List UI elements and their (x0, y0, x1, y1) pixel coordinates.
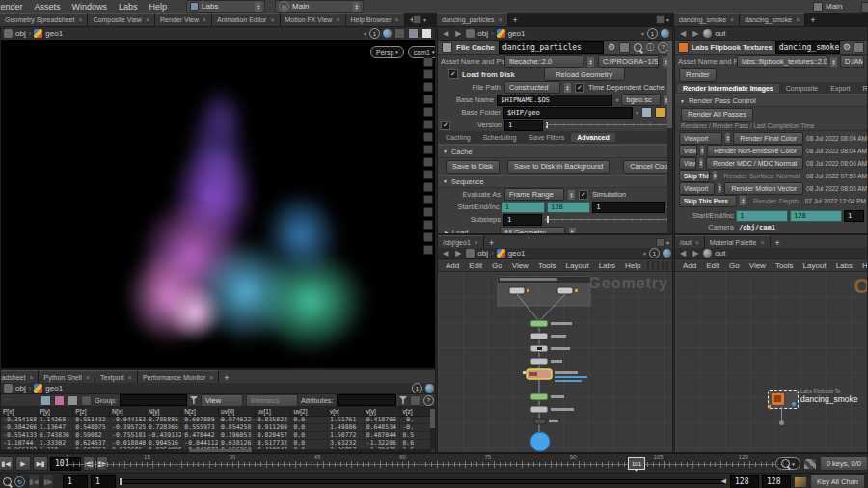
column-header[interactable]: P[z] (73, 407, 110, 417)
viewport-tool-icon[interactable] (423, 145, 433, 154)
forward-icon[interactable]: ▶ (691, 249, 700, 258)
substeps-slider[interactable] (545, 219, 669, 220)
breadcrumb-obj[interactable]: obj (15, 29, 26, 38)
evaluate-dropdown[interactable]: Frame Range (504, 188, 564, 201)
renderer-dropdown[interactable]: Skip This Pass (679, 170, 710, 182)
back-icon[interactable]: ◀ (441, 249, 450, 258)
tree-icon[interactable] (652, 260, 654, 271)
viewport-tool-icon[interactable] (423, 170, 433, 179)
forward-icon[interactable]: ▶ (691, 29, 700, 38)
table-row[interactable]: -1.107441.333020.624537-0.01884080.90451… (1, 440, 436, 447)
base-folder-menu-icon[interactable]: ▾ (636, 109, 638, 116)
desktop-spinner[interactable]: ▲▼ (255, 2, 261, 12)
network-menu-item[interactable]: Edit (702, 261, 723, 270)
cache-section-header[interactable]: ▼Cache (438, 145, 672, 158)
viewport-tool-icon[interactable] (423, 95, 433, 104)
column-header[interactable]: uv[0] (219, 407, 256, 417)
range-start-field[interactable]: 1 (502, 202, 545, 213)
range-inc-field[interactable]: 1 (592, 202, 665, 213)
pane-tab[interactable]: Motion FX View× (281, 13, 346, 26)
geo-node[interactable] (534, 419, 546, 424)
playhead-marker[interactable]: 101 (628, 457, 645, 470)
network-menu-item[interactable]: Add (679, 261, 700, 270)
vertices-mode-icon[interactable] (54, 395, 65, 406)
close-icon[interactable]: × (760, 239, 764, 246)
param-tab[interactable]: Scheduling (477, 133, 523, 142)
column-header[interactable]: uv[2] (291, 407, 328, 417)
table-row[interactable]: -0.3541581.142680.551432-0.04415330.7858… (1, 417, 436, 424)
breadcrumb-out[interactable]: out (715, 29, 725, 38)
render-pass-control-header[interactable]: ▼Render Pass Control (675, 95, 867, 107)
asset-type-dropdown[interactable]: filecache::2.0 (504, 55, 583, 68)
geo-node[interactable] (530, 320, 548, 327)
points-mode-icon[interactable] (41, 395, 51, 406)
base-folder-field[interactable]: $HIP/geo (503, 107, 633, 119)
pane-menu-icon[interactable] (656, 238, 665, 247)
save-to-disk-button[interactable]: Save to Disk (446, 160, 500, 174)
detail-mode-icon[interactable] (81, 395, 92, 406)
flipbook-node[interactable] (768, 390, 799, 409)
shelf-set-selector[interactable]: Main (813, 2, 842, 12)
geo-node[interactable] (530, 393, 548, 400)
renderer-spinner[interactable]: ▲▼ (718, 183, 721, 193)
maximize-icon[interactable] (421, 28, 432, 39)
param-tab[interactable]: Advanced (571, 133, 614, 142)
viewport-canvas[interactable]: Persp▾ cam1▾ (1, 40, 435, 368)
reload-geometry-button[interactable]: Reload Geometry (544, 68, 625, 81)
substeps-field[interactable]: 1 (503, 214, 542, 226)
pane-tab[interactable]: /obj/geo1× (438, 235, 484, 249)
view-dropdown[interactable]: View (201, 394, 243, 407)
time-dependent-checkbox[interactable]: ✓ (575, 83, 584, 93)
pane-dropdown-icon[interactable]: ▾ (666, 239, 669, 246)
link-icon[interactable] (408, 28, 419, 39)
menu-item[interactable]: Render (0, 2, 29, 12)
range-slider-arrow[interactable]: ◀ (721, 477, 726, 485)
asset-path-dropdown[interactable]: C:/PROGRA~1/SIDEEF~1/HOUDI... (598, 55, 659, 68)
column-header[interactable]: P[x] (1, 407, 38, 417)
network-menu-item[interactable]: Layout (800, 261, 830, 270)
close-icon[interactable]: × (695, 239, 699, 246)
presets-icon[interactable] (854, 42, 864, 53)
pane-tab[interactable]: Material Palette× (705, 235, 771, 249)
version-checkbox[interactable]: ✓ (441, 121, 450, 130)
file-browser-icon[interactable] (641, 107, 652, 118)
pin-count-badge[interactable]: 1 (412, 383, 422, 393)
playback-start-field[interactable]: 1 (91, 475, 116, 488)
viewport-tool-icon[interactable] (423, 157, 433, 167)
network-menu-item[interactable]: Go (488, 261, 506, 270)
menu-item[interactable]: Labs (113, 2, 144, 12)
renderer-spinner[interactable]: ▲▼ (713, 171, 717, 180)
version-field[interactable]: 1 (504, 120, 543, 131)
close-icon[interactable]: × (730, 16, 734, 23)
renderer-spinner[interactable]: ▲▼ (700, 146, 704, 155)
radialmenu-selector[interactable]: ◎ Main ▲▼ (275, 0, 364, 13)
table-row[interactable]: -0.5541330.7438360.59082-0.755181-0.4391… (1, 432, 436, 440)
close-icon[interactable]: × (86, 374, 90, 381)
presets-icon[interactable] (619, 42, 630, 53)
radial-menu-icon[interactable] (425, 384, 434, 393)
version-slider[interactable] (546, 124, 669, 125)
pin-count-badge[interactable]: 1 (647, 28, 658, 39)
menu-item[interactable]: Assets (29, 2, 67, 12)
play-button[interactable]: ▶ (15, 456, 31, 471)
column-list-icon[interactable] (410, 395, 420, 406)
display-flag[interactable] (792, 402, 796, 406)
cancel-cook-button[interactable]: Cancel Cook (623, 160, 673, 174)
node-name-field[interactable]: dancing_smoke (775, 41, 840, 54)
sticky-note-icon[interactable] (671, 260, 673, 271)
breadcrumb-obj[interactable]: obj (477, 29, 488, 38)
load-mode-dropdown[interactable]: All Geometry (500, 227, 565, 235)
rewind-button[interactable]: ▮◀ (0, 456, 14, 471)
info-icon[interactable]: ⓘ (646, 42, 654, 53)
save-background-button[interactable]: Save to Disk in Background (507, 160, 610, 174)
projection-pill[interactable]: Persp▾ (370, 46, 404, 58)
network-menu-item[interactable]: Labs (832, 261, 856, 270)
back-icon[interactable]: ◀ (678, 29, 688, 38)
path-dropdown-icon[interactable]: ▾ (641, 30, 644, 37)
param-tab[interactable]: Real-Time Shaders (856, 84, 868, 93)
geo-node[interactable] (530, 358, 548, 365)
column-header[interactable]: N[x] (110, 407, 147, 417)
column-header[interactable]: P[y] (38, 407, 74, 417)
viewport-tool-icon[interactable] (423, 195, 433, 204)
geo-node[interactable] (530, 406, 548, 413)
